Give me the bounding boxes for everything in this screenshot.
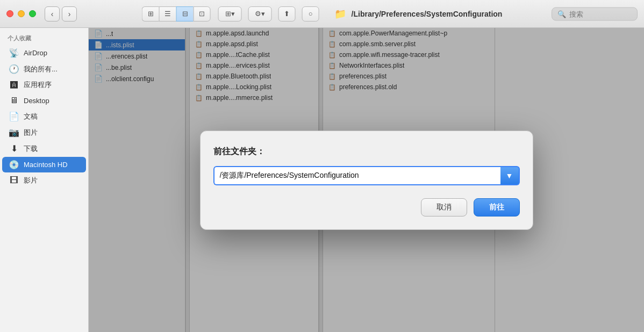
search-box[interactable]: 🔍 xyxy=(552,7,638,20)
sidebar-section-label: 个人收藏 xyxy=(0,32,88,45)
applications-icon: 🅰 xyxy=(9,81,19,89)
sidebar-item-recents[interactable]: 🕐 我的所有... xyxy=(2,61,86,77)
back-icon: ‹ xyxy=(51,10,54,18)
airdrop-icon: 📡 xyxy=(9,48,19,58)
sidebar-item-documents[interactable]: 📄 文稿 xyxy=(2,109,86,124)
sidebar-item-desktop-label: Desktop xyxy=(24,97,49,105)
sidebar-item-downloads-label: 下载 xyxy=(24,144,38,154)
file-area: 📄 ...t 📄 ...ists.plist 📄 ...erences.plis… xyxy=(89,28,644,332)
title-bar: ‹ › ⊞ ☰ ⊟ ⊡ ⊞▾ ⚙▾ ⬆ ○ 📁 /Library/Prefere… xyxy=(0,0,644,28)
action-button[interactable]: ⚙▾ xyxy=(248,6,272,21)
view-mode-group: ⊞ ☰ ⊟ ⊡ xyxy=(142,6,211,21)
dialog-input-row: ▼ xyxy=(213,166,520,185)
folder-path-input[interactable] xyxy=(213,166,500,185)
dialog-overlay: 前往文件夹： ▼ 取消 前往 xyxy=(89,28,644,332)
goto-button[interactable]: 前往 xyxy=(474,198,520,216)
documents-icon: 📄 xyxy=(9,111,19,121)
forward-button[interactable]: › xyxy=(62,6,77,21)
traffic-lights xyxy=(6,10,36,17)
folder-icon: 📁 xyxy=(334,8,346,20)
dialog-title: 前往文件夹： xyxy=(213,146,520,157)
cancel-button[interactable]: 取消 xyxy=(421,198,467,216)
sidebar-item-desktop[interactable]: 🖥 Desktop xyxy=(2,93,86,108)
window-title: /Library/Preferences/SystemConfiguration xyxy=(352,10,503,18)
search-icon: 🔍 xyxy=(557,10,566,18)
sidebar-item-pictures-label: 图片 xyxy=(24,128,38,138)
view-gallery-button[interactable]: ⊡ xyxy=(194,6,211,21)
view-icon-button[interactable]: ⊞ xyxy=(142,6,159,21)
view-list-button[interactable]: ☰ xyxy=(159,6,176,21)
sidebar-item-movies-label: 影片 xyxy=(24,176,38,185)
path-dropdown-button[interactable]: ▼ xyxy=(500,166,520,185)
sidebar-item-applications[interactable]: 🅰 应用程序 xyxy=(2,77,86,92)
share-button[interactable]: ⬆ xyxy=(278,6,296,21)
movies-icon: 🎞 xyxy=(9,176,19,185)
minimize-button[interactable] xyxy=(18,10,25,17)
sidebar-item-pictures[interactable]: 📷 图片 xyxy=(2,125,86,140)
sidebar-item-applications-label: 应用程序 xyxy=(24,80,52,90)
toolbar-center: ⊞ ☰ ⊟ ⊡ ⊞▾ ⚙▾ ⬆ ○ 📁 /Library/Preferences… xyxy=(142,6,503,21)
main-area: 个人收藏 📡 AirDrop 🕐 我的所有... 🅰 应用程序 🖥 Deskto… xyxy=(0,28,644,332)
sidebar-item-macintosh-hd-label: Macintosh HD xyxy=(24,161,68,169)
sidebar-item-recents-label: 我的所有... xyxy=(24,64,58,74)
forward-icon: › xyxy=(68,10,71,18)
search-input[interactable] xyxy=(569,10,632,18)
sidebar-item-macintosh-hd[interactable]: 💿 Macintosh HD xyxy=(2,157,86,172)
back-button[interactable]: ‹ xyxy=(45,6,60,21)
nav-buttons: ‹ › xyxy=(45,6,77,21)
sidebar-item-airdrop-label: AirDrop xyxy=(24,49,47,57)
dropdown-arrow-icon: ▼ xyxy=(506,171,513,180)
downloads-icon: ⬇ xyxy=(9,143,19,154)
pictures-icon: 📷 xyxy=(9,127,19,138)
macintosh-hd-icon: 💿 xyxy=(9,160,19,170)
sidebar-item-movies[interactable]: 🎞 影片 xyxy=(2,173,86,188)
tag-button[interactable]: ○ xyxy=(302,6,319,21)
goto-folder-dialog: 前往文件夹： ▼ 取消 前往 xyxy=(200,131,533,230)
sidebar-item-airdrop[interactable]: 📡 AirDrop xyxy=(2,45,86,61)
maximize-button[interactable] xyxy=(29,10,36,17)
sidebar-item-downloads[interactable]: ⬇ 下载 xyxy=(2,141,86,156)
dialog-buttons: 取消 前往 xyxy=(213,198,520,216)
sidebar-item-documents-label: 文稿 xyxy=(24,112,38,121)
close-button[interactable] xyxy=(6,10,13,17)
desktop-icon: 🖥 xyxy=(9,96,19,105)
view-columns-button[interactable]: ⊟ xyxy=(176,6,194,21)
sidebar: 个人收藏 📡 AirDrop 🕐 我的所有... 🅰 应用程序 🖥 Deskto… xyxy=(0,28,89,332)
arrange-button[interactable]: ⊞▾ xyxy=(218,6,242,21)
recents-icon: 🕐 xyxy=(9,64,19,74)
